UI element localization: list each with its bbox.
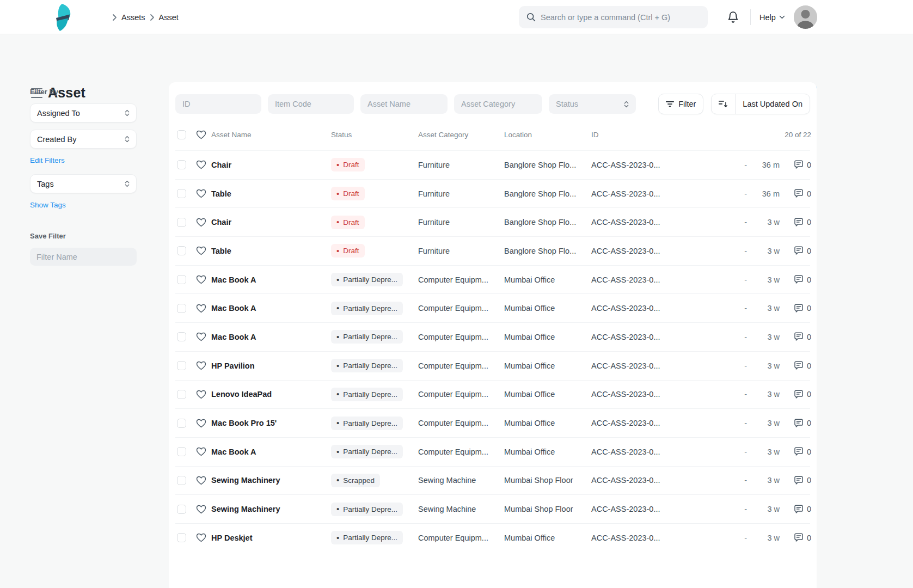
like-heart-icon[interactable] bbox=[196, 160, 211, 169]
row-checkbox[interactable] bbox=[177, 505, 186, 514]
asset-name-link[interactable]: Table bbox=[211, 189, 331, 198]
table-row[interactable]: Mac Book A • Partially Depre... Computer… bbox=[175, 322, 810, 351]
asset-id-cell: ACC-ASS-2023-0... bbox=[591, 505, 732, 513]
row-checkbox[interactable] bbox=[177, 533, 186, 542]
like-heart-icon[interactable] bbox=[196, 447, 211, 456]
like-heart-icon[interactable] bbox=[196, 275, 211, 284]
table-row[interactable]: Chair • Draft Furniture Banglore Shop Fl… bbox=[175, 207, 810, 236]
table-row[interactable]: HP Pavilion • Partially Depre... Compute… bbox=[175, 351, 810, 380]
like-heart-icon[interactable] bbox=[196, 246, 211, 255]
like-filter-heart-icon[interactable] bbox=[196, 130, 211, 139]
table-row[interactable]: HP Deskjet • Partially Depre... Computer… bbox=[175, 523, 810, 552]
sort-field-button[interactable]: Last Updated On bbox=[736, 94, 810, 114]
row-checkbox[interactable] bbox=[177, 447, 186, 456]
select-all-checkbox[interactable] bbox=[177, 130, 186, 139]
filter-status-select[interactable]: Status bbox=[549, 94, 636, 114]
filter-id-input[interactable] bbox=[175, 94, 261, 114]
table-row[interactable]: Sewing Machinery • Partially Depre... Se… bbox=[175, 494, 810, 523]
row-checkbox[interactable] bbox=[177, 246, 186, 255]
like-heart-icon[interactable] bbox=[196, 304, 211, 313]
table-row[interactable]: Mac Book A • Partially Depre... Computer… bbox=[175, 437, 810, 466]
filter-item-code-input[interactable] bbox=[268, 94, 354, 114]
asset-category-cell: Computer Equipm... bbox=[418, 448, 504, 456]
like-heart-icon[interactable] bbox=[196, 533, 211, 542]
like-heart-icon[interactable] bbox=[196, 189, 211, 198]
user-avatar[interactable] bbox=[794, 5, 817, 29]
global-search-input[interactable]: Search or type a command (Ctrl + G) bbox=[519, 6, 708, 28]
row-checkbox[interactable] bbox=[177, 218, 186, 227]
row-checkbox[interactable] bbox=[177, 189, 186, 198]
sort-field-label: Last Updated On bbox=[743, 100, 802, 108]
tags-dropdown[interactable]: Tags bbox=[30, 174, 137, 193]
table-row[interactable]: Mac Book A • Partially Depre... Computer… bbox=[175, 293, 810, 322]
row-checkbox[interactable] bbox=[177, 476, 186, 485]
row-checkbox[interactable] bbox=[177, 390, 186, 399]
row-checkbox[interactable] bbox=[177, 160, 186, 169]
table-row[interactable]: Table • Draft Furniture Banglore Shop Fl… bbox=[175, 179, 810, 208]
edit-filters-link[interactable]: Edit Filters bbox=[30, 156, 65, 164]
asset-name-link[interactable]: Table bbox=[211, 247, 331, 255]
comment-count-cell: 0 bbox=[780, 332, 811, 341]
location-cell: Mumbai Office bbox=[504, 390, 591, 399]
asset-name-link[interactable]: HP Pavilion bbox=[211, 362, 331, 370]
notifications-bell-icon[interactable] bbox=[726, 10, 740, 24]
sort-direction-button[interactable] bbox=[712, 94, 735, 114]
asset-name-link[interactable]: Mac Book A bbox=[211, 333, 331, 341]
table-row[interactable]: Mac Book A • Partially Depre... Computer… bbox=[175, 265, 810, 294]
asset-name-link[interactable]: Mac Book A bbox=[211, 275, 331, 284]
comment-count-cell: 0 bbox=[780, 476, 811, 485]
filter-asset-category-input[interactable] bbox=[454, 94, 542, 114]
col-header-status[interactable]: Status bbox=[331, 131, 418, 139]
col-header-id[interactable]: ID bbox=[591, 131, 732, 139]
asset-name-link[interactable]: Sewing Machinery bbox=[211, 505, 331, 513]
asset-name-link[interactable]: Mac Book Pro 15' bbox=[211, 419, 331, 427]
like-heart-icon[interactable] bbox=[196, 419, 211, 428]
status-badge: • Partially Depre... bbox=[331, 388, 403, 401]
col-header-location[interactable]: Location bbox=[504, 131, 591, 139]
status-badge: • Partially Depre... bbox=[331, 302, 403, 315]
show-tags-link[interactable]: Show Tags bbox=[30, 201, 66, 209]
like-heart-icon[interactable] bbox=[196, 505, 211, 514]
breadcrumb-assets[interactable]: Assets bbox=[121, 13, 145, 22]
created-by-dropdown[interactable]: Created By bbox=[30, 130, 137, 149]
asset-name-link[interactable]: Chair bbox=[211, 218, 331, 226]
col-header-asset-name[interactable]: Asset Name bbox=[211, 131, 331, 139]
filter-asset-name-input[interactable] bbox=[360, 94, 448, 114]
table-row[interactable]: Mac Book Pro 15' • Partially Depre... Co… bbox=[175, 408, 810, 437]
table-row[interactable]: Chair • Draft Furniture Banglore Shop Fl… bbox=[175, 150, 810, 179]
row-checkbox[interactable] bbox=[177, 332, 186, 341]
like-heart-icon[interactable] bbox=[196, 476, 211, 485]
asset-name-link[interactable]: Mac Book A bbox=[211, 448, 331, 456]
like-heart-icon[interactable] bbox=[196, 218, 211, 227]
comment-icon bbox=[794, 505, 804, 514]
asset-name-link[interactable]: HP Deskjet bbox=[211, 534, 331, 542]
col-header-asset-category[interactable]: Asset Category bbox=[418, 131, 504, 139]
app-logo-icon[interactable] bbox=[51, 4, 72, 31]
table-row[interactable]: Lenovo IdeaPad • Partially Depre... Comp… bbox=[175, 380, 810, 409]
assigned-to-dropdown[interactable]: Assigned To bbox=[30, 103, 137, 122]
location-cell: Mumbai Office bbox=[504, 362, 591, 370]
asset-name-link[interactable]: Chair bbox=[211, 161, 331, 169]
like-heart-icon[interactable] bbox=[196, 361, 211, 370]
location-cell: Banglore Shop Flo... bbox=[504, 218, 591, 226]
filter-button[interactable]: Filter bbox=[658, 94, 703, 114]
like-heart-icon[interactable] bbox=[196, 390, 211, 399]
row-checkbox[interactable] bbox=[177, 304, 186, 313]
row-checkbox[interactable] bbox=[177, 419, 186, 428]
asset-name-link[interactable]: Lenovo IdeaPad bbox=[211, 390, 331, 399]
table-row[interactable]: Table • Draft Furniture Banglore Shop Fl… bbox=[175, 236, 810, 265]
comment-count-cell: 0 bbox=[780, 361, 811, 370]
asset-name-link[interactable]: Sewing Machinery bbox=[211, 476, 331, 485]
assigned-cell: - bbox=[732, 476, 747, 485]
assigned-cell: - bbox=[732, 534, 747, 542]
filter-button-label: Filter bbox=[678, 100, 696, 108]
asset-id-cell: ACC-ASS-2023-0... bbox=[591, 333, 732, 341]
asset-name-link[interactable]: Mac Book A bbox=[211, 304, 331, 313]
like-heart-icon[interactable] bbox=[196, 332, 211, 341]
row-checkbox[interactable] bbox=[177, 275, 186, 284]
breadcrumb-asset[interactable]: Asset bbox=[159, 13, 179, 22]
filter-name-input[interactable] bbox=[30, 248, 137, 266]
table-row[interactable]: Sewing Machinery • Scrapped Sewing Machi… bbox=[175, 466, 810, 495]
row-checkbox[interactable] bbox=[177, 361, 186, 370]
help-menu[interactable]: Help bbox=[759, 0, 785, 34]
